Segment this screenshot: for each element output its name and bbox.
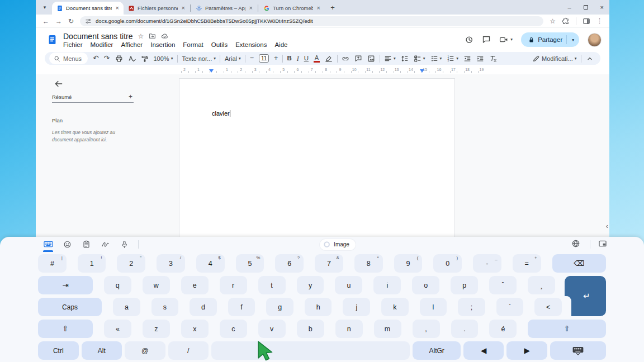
key-b[interactable]: b: [297, 320, 324, 338]
font-size-decrease-button[interactable]: −: [247, 53, 256, 64]
key-a[interactable]: a: [113, 298, 140, 316]
bold-button[interactable]: B: [285, 53, 294, 64]
undo-button[interactable]: ↶: [91, 53, 101, 64]
styles-select-button[interactable]: Texte nor...▾: [179, 53, 219, 64]
star-icon[interactable]: ☆: [138, 33, 144, 40]
key-r[interactable]: r: [220, 276, 247, 294]
maximize-button[interactable]: [584, 5, 588, 9]
key-s[interactable]: s: [151, 298, 179, 316]
menu-outils[interactable]: Outils: [207, 41, 231, 48]
numbered-list-button[interactable]: 123▾: [444, 53, 461, 64]
emoji-button[interactable]: [60, 237, 74, 252]
key-«[interactable]: «: [104, 320, 131, 338]
redo-button[interactable]: ↷: [102, 53, 112, 64]
tab-close-icon[interactable]: ×: [316, 5, 320, 11]
key-,[interactable]: ,: [413, 320, 440, 338]
key-arrow-left[interactable]: ◀: [463, 341, 504, 360]
browser-tab[interactable]: Turn on Chromebook accessib×: [259, 2, 325, 15]
font-select-button[interactable]: Arial▾: [222, 53, 243, 64]
key-o[interactable]: o: [412, 276, 439, 294]
insert-image-button[interactable]: [365, 53, 378, 64]
key-#[interactable]: #|: [38, 254, 67, 273]
key-i[interactable]: i: [373, 276, 401, 294]
avatar[interactable]: [588, 33, 602, 47]
font-size-value-button[interactable]: 11: [257, 53, 272, 64]
key-ˆ[interactable]: ˆ: [489, 276, 517, 294]
key-shift-right[interactable]: ⇧: [528, 320, 606, 338]
collapse-toolbar-button[interactable]: [583, 53, 596, 64]
key-7[interactable]: 7&: [315, 254, 343, 273]
key-1[interactable]: 1!: [78, 254, 106, 273]
add-comment-button[interactable]: [352, 53, 365, 64]
extensions-icon[interactable]: [562, 17, 570, 25]
key-=[interactable]: =+: [513, 254, 541, 273]
key-l[interactable]: l: [420, 298, 447, 316]
address-bar[interactable]: docs.google.com/document/d/1GSn2eiDbhC5B…: [80, 16, 543, 26]
highlight-color-button[interactable]: [323, 53, 335, 64]
paint-format-button[interactable]: [138, 53, 151, 64]
editing-mode-button[interactable]: Modificati...▾: [530, 53, 579, 64]
key-t[interactable]: t: [258, 276, 286, 294]
key-arrow-right[interactable]: ▶: [506, 341, 547, 360]
browser-tab[interactable]: Fichiers personnels | Campus×: [124, 2, 190, 15]
close-button[interactable]: ×: [600, 4, 604, 11]
close-outline-button[interactable]: [54, 79, 64, 89]
key-caps-lock[interactable]: Caps: [38, 298, 102, 316]
bookmark-star-icon[interactable]: ☆: [550, 18, 556, 25]
tab-close-icon[interactable]: ×: [181, 5, 185, 11]
underline-button[interactable]: U: [301, 53, 311, 64]
key-j[interactable]: j: [343, 298, 370, 316]
key-g[interactable]: g: [266, 298, 293, 316]
key-hide-keyboard[interactable]: [550, 341, 606, 360]
menu-extensions[interactable]: Extensions: [231, 41, 271, 48]
key-u[interactable]: u: [335, 276, 362, 294]
key-3[interactable]: 3/: [157, 254, 185, 273]
key--[interactable]: -_: [473, 254, 501, 273]
key-@[interactable]: @: [125, 341, 165, 360]
side-panel-icon[interactable]: [583, 17, 590, 25]
back-button[interactable]: ←: [42, 18, 49, 25]
forward-button[interactable]: →: [55, 18, 62, 25]
key-f[interactable]: f: [228, 298, 255, 316]
key-k[interactable]: k: [381, 298, 409, 316]
key-m[interactable]: m: [374, 320, 401, 338]
key-w[interactable]: w: [143, 276, 170, 294]
text-color-button[interactable]: A: [311, 53, 323, 64]
font-size-increase-button[interactable]: +: [272, 53, 281, 64]
key-¸[interactable]: ¸: [528, 276, 555, 294]
key-5[interactable]: 5%: [236, 254, 264, 273]
key-9[interactable]: 9(: [394, 254, 423, 273]
menu-format[interactable]: Format: [179, 41, 207, 48]
key-p[interactable]: p: [451, 276, 478, 294]
key-0[interactable]: 0): [433, 254, 462, 273]
add-summary-button[interactable]: +: [129, 93, 134, 101]
key-z[interactable]: z: [143, 320, 170, 338]
document-title[interactable]: Document sans titre: [63, 32, 133, 41]
tab-search-button[interactable]: ▾: [39, 2, 50, 13]
key-4[interactable]: 4$: [196, 254, 225, 273]
key-c[interactable]: c: [220, 320, 247, 338]
key-v[interactable]: v: [258, 320, 286, 338]
toolbar-search-button[interactable]: Menus: [49, 53, 88, 64]
key-6[interactable]: 6?: [275, 254, 304, 273]
comments-icon[interactable]: [482, 35, 491, 44]
bulleted-list-button[interactable]: ▾: [428, 53, 444, 64]
browser-tab[interactable]: Document sans titre - Google D×: [52, 2, 124, 15]
document-status-cloud-icon[interactable]: [161, 32, 168, 40]
insert-link-button[interactable]: [339, 53, 352, 64]
tab-close-icon[interactable]: ×: [248, 5, 253, 11]
decrease-indent-button[interactable]: [461, 53, 474, 64]
side-panel-toggle[interactable]: ‹: [606, 222, 608, 230]
meet-button[interactable]: ▾: [499, 35, 513, 44]
key-y[interactable]: y: [297, 276, 324, 294]
align-button[interactable]: ▾: [382, 53, 399, 64]
language-globe-button[interactable]: [571, 239, 580, 250]
key-é[interactable]: é: [489, 320, 517, 338]
browser-menu-icon[interactable]: ⋮: [596, 17, 603, 25]
checklist-button[interactable]: ▾: [411, 53, 428, 64]
keyboard-layout-button[interactable]: [41, 237, 55, 252]
new-tab-button[interactable]: +: [327, 2, 338, 13]
menu-afficher[interactable]: Afficher: [117, 41, 146, 48]
tab-close-icon[interactable]: ×: [115, 5, 119, 11]
key-`[interactable]: `: [496, 298, 524, 316]
